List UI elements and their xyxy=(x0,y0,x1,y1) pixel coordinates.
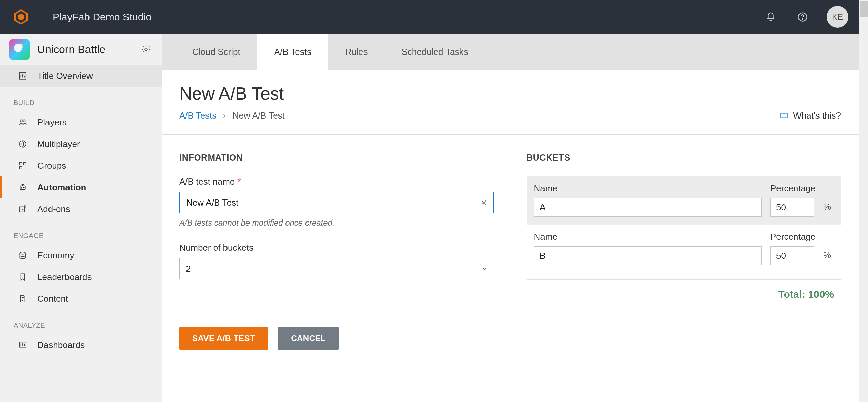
bucket-total: Total: 100% xyxy=(527,279,841,300)
bucket-count-select[interactable]: 2 xyxy=(179,258,494,279)
nav-label: Players xyxy=(37,117,67,128)
sidebar: Unicorn Battle Title Overview BUILD Play… xyxy=(0,34,162,402)
players-icon xyxy=(18,117,28,127)
sidebar-item-dashboards[interactable]: Dashboards xyxy=(0,334,162,356)
bell-icon xyxy=(766,12,776,22)
buckets-heading: BUCKETS xyxy=(527,152,841,163)
globe-icon xyxy=(18,139,28,149)
buckets-column: BUCKETS Name Percentage % Name xyxy=(527,152,841,300)
sidebar-item-players[interactable]: Players xyxy=(0,111,162,133)
book-icon xyxy=(780,111,788,120)
bucket-name-input-b[interactable] xyxy=(534,246,762,265)
bucket-pct-label: Percentage xyxy=(770,183,814,194)
page-title: New A/B Test xyxy=(179,83,841,104)
studio-name[interactable]: PlayFab Demo Studio xyxy=(53,11,152,23)
action-bar: SAVE A/B TEST CANCEL xyxy=(179,327,841,350)
scrollbar-thumb[interactable] xyxy=(860,1,868,17)
game-title[interactable]: Unicorn Battle xyxy=(37,43,105,56)
game-icon xyxy=(9,39,30,60)
sidebar-item-automation[interactable]: Automation xyxy=(0,176,162,198)
whats-this-label: What's this? xyxy=(793,110,841,121)
nav-label: Multiplayer xyxy=(37,139,80,149)
nav-label: Add-ons xyxy=(37,204,70,214)
nav-label: Economy xyxy=(37,250,74,261)
svg-rect-9 xyxy=(19,162,22,165)
svg-point-4 xyxy=(145,48,147,50)
window-scrollbar[interactable] xyxy=(859,0,868,402)
pct-unit: % xyxy=(823,250,833,265)
sidebar-item-multiplayer[interactable]: Multiplayer xyxy=(0,133,162,155)
sidebar-item-overview[interactable]: Title Overview xyxy=(0,65,162,87)
bucket-pct-input-b[interactable] xyxy=(770,246,814,265)
close-icon xyxy=(480,199,487,206)
playfab-logo-icon xyxy=(13,9,29,25)
pct-unit: % xyxy=(823,202,833,217)
divider xyxy=(162,134,859,135)
header-divider xyxy=(41,8,41,26)
title-header: Unicorn Battle xyxy=(0,34,162,65)
tab-cloud-script[interactable]: Cloud Script xyxy=(175,34,257,70)
help-icon xyxy=(797,12,808,22)
tab-ab-tests[interactable]: A/B Tests xyxy=(257,34,328,70)
addon-icon xyxy=(18,204,28,214)
svg-point-16 xyxy=(20,252,25,254)
bucket-count-label: Number of buckets xyxy=(179,242,494,253)
logo[interactable] xyxy=(0,9,29,25)
bucket-pct-label: Percentage xyxy=(770,232,814,242)
tab-rules[interactable]: Rules xyxy=(328,34,384,70)
chevron-right-icon: › xyxy=(223,111,225,120)
sidebar-item-addons[interactable]: Add-ons xyxy=(0,198,162,220)
chart-icon xyxy=(18,71,28,81)
nav-label: Leaderboards xyxy=(37,272,92,282)
robot-icon xyxy=(18,182,28,192)
sidebar-item-leaderboards[interactable]: Leaderboards xyxy=(0,266,162,288)
svg-point-6 xyxy=(20,120,22,122)
dashboard-icon xyxy=(18,340,28,350)
test-name-label: A/B test name* xyxy=(179,176,494,187)
test-name-hint: A/B tests cannot be modified once create… xyxy=(179,218,494,228)
bucket-pct-input-a[interactable] xyxy=(770,198,814,217)
main-content: Cloud Script A/B Tests Rules Scheduled T… xyxy=(162,34,859,402)
nav-label: Title Overview xyxy=(37,71,93,81)
breadcrumb-root-link[interactable]: A/B Tests xyxy=(179,110,216,121)
document-icon xyxy=(18,294,28,304)
section-analyze: ANALYZE xyxy=(0,310,162,334)
nav-label: Content xyxy=(37,294,68,304)
svg-point-13 xyxy=(21,187,22,188)
save-button[interactable]: SAVE A/B TEST xyxy=(179,327,268,350)
whats-this-link[interactable]: What's this? xyxy=(780,110,841,121)
bucket-name-input-a[interactable] xyxy=(534,198,762,217)
section-engage: ENGAGE xyxy=(0,220,162,245)
nav-label: Automation xyxy=(37,182,86,193)
clear-input-button[interactable] xyxy=(478,197,489,208)
section-build: BUILD xyxy=(0,87,162,111)
sidebar-item-groups[interactable]: Groups xyxy=(0,155,162,176)
sidebar-item-economy[interactable]: Economy xyxy=(0,245,162,266)
gear-icon xyxy=(141,45,151,54)
help-button[interactable] xyxy=(791,5,814,29)
bucket-name-label: Name xyxy=(534,183,762,194)
top-bar: PlayFab Demo Studio KE xyxy=(0,0,859,34)
svg-point-3 xyxy=(802,19,803,20)
notifications-button[interactable] xyxy=(759,5,783,29)
test-name-input[interactable] xyxy=(179,192,494,213)
cancel-button[interactable]: CANCEL xyxy=(278,327,339,350)
svg-marker-1 xyxy=(18,14,24,20)
svg-rect-11 xyxy=(19,166,22,169)
tab-strip: Cloud Script A/B Tests Rules Scheduled T… xyxy=(162,34,859,70)
bookmark-icon xyxy=(18,272,28,282)
breadcrumb-current: New A/B Test xyxy=(233,110,285,121)
tab-scheduled-tasks[interactable]: Scheduled Tasks xyxy=(384,34,485,70)
information-heading: INFORMATION xyxy=(179,152,494,163)
user-avatar[interactable]: KE xyxy=(827,6,848,28)
sidebar-item-content[interactable]: Content xyxy=(0,288,162,310)
groups-icon xyxy=(18,161,28,171)
nav-label: Dashboards xyxy=(37,340,85,351)
svg-rect-15 xyxy=(19,207,24,212)
svg-point-7 xyxy=(23,120,25,122)
title-settings-button[interactable] xyxy=(140,43,152,56)
breadcrumb: A/B Tests › New A/B Test What's this? xyxy=(179,110,841,121)
bucket-row: Name Percentage % xyxy=(527,225,841,273)
bucket-name-label: Name xyxy=(534,232,762,242)
svg-rect-10 xyxy=(23,162,26,165)
